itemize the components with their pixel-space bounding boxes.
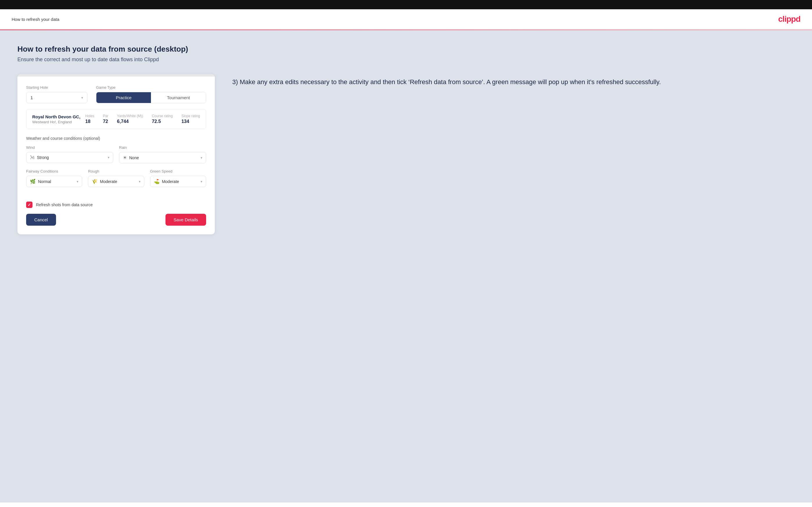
green-speed-select[interactable]: ⛳ Moderate ▾ (150, 176, 206, 187)
save-button[interactable]: Save Details (165, 214, 206, 226)
game-type-toggle: Practice Tournament (96, 92, 206, 103)
content-row: Starting Hole 1 ▾ Game Type Practice Tou… (17, 74, 795, 234)
cancel-button[interactable]: Cancel (26, 214, 56, 226)
par-label: Par (103, 114, 108, 118)
rough-select[interactable]: 🌾 Moderate ▾ (88, 176, 144, 187)
course-info: Royal North Devon GC, Westward Ho!, Engl… (32, 114, 85, 124)
rough-chevron-icon: ▾ (139, 179, 141, 184)
game-type-group: Game Type Practice Tournament (96, 85, 206, 103)
fairway-label: Fairway Conditions (26, 169, 82, 173)
conditions-row-2: Fairway Conditions 🌿 Normal ▾ Rough 🌾 Mo… (26, 169, 206, 187)
course-stats: Holes 18 Par 72 Yards/White (M)) 6,744 (85, 114, 200, 124)
card-top-strip (17, 74, 215, 76)
rough-label: Rough (88, 169, 144, 173)
course-location: Westward Ho!, England (32, 120, 85, 124)
holes-value: 18 (85, 119, 91, 124)
course-rating-value: 72.5 (152, 119, 161, 124)
green-speed-label: Green Speed (150, 169, 206, 173)
form-card: Starting Hole 1 ▾ Game Type Practice Tou… (17, 74, 215, 234)
starting-hole-label: Starting Hole (26, 85, 87, 90)
rain-select[interactable]: ☀ None ▾ (119, 152, 206, 163)
yards-label: Yards/White (M)) (117, 114, 143, 118)
green-speed-icon: ⛳ (154, 179, 160, 184)
fairway-select[interactable]: 🌿 Normal ▾ (26, 176, 82, 187)
slope-rating-label: Slope rating (182, 114, 200, 118)
green-speed-chevron-icon: ▾ (201, 179, 202, 184)
fairway-group: Fairway Conditions 🌿 Normal ▾ (26, 169, 82, 187)
practice-button[interactable]: Practice (96, 92, 151, 103)
course-rating-label: Course rating (152, 114, 173, 118)
wind-icon: 🌬 (30, 155, 35, 160)
top-form-row: Starting Hole 1 ▾ Game Type Practice Tou… (26, 85, 206, 103)
par-value: 72 (103, 119, 108, 124)
starting-hole-value: 1 (31, 95, 33, 100)
page-breadcrumb: How to refresh your data (12, 17, 59, 22)
wind-chevron-icon: ▾ (108, 156, 109, 160)
rough-group: Rough 🌾 Moderate ▾ (88, 169, 144, 187)
green-speed-value: Moderate (162, 179, 201, 184)
wind-select[interactable]: 🌬 Strong ▾ (26, 152, 113, 163)
rain-label: Rain (119, 145, 206, 150)
fairway-icon: 🌿 (30, 179, 36, 184)
starting-hole-chevron-icon: ▾ (81, 96, 83, 100)
wind-value: Strong (37, 155, 108, 160)
stat-slope-rating: Slope rating 134 (182, 114, 200, 124)
main-content: How to refresh your data from source (de… (0, 30, 812, 502)
stat-yards: Yards/White (M)) 6,744 (117, 114, 143, 124)
instruction-panel: 3) Make any extra edits necessary to the… (232, 74, 795, 87)
fairway-value: Normal (38, 179, 77, 184)
course-card: Royal North Devon GC, Westward Ho!, Engl… (26, 109, 206, 129)
wind-group: Wind 🌬 Strong ▾ (26, 145, 113, 163)
conditions-row-1: Wind 🌬 Strong ▾ Rain ☀ None ▾ (26, 145, 206, 163)
course-row: Royal North Devon GC, Westward Ho!, Engl… (32, 114, 200, 124)
starting-hole-select[interactable]: 1 ▾ (26, 92, 87, 103)
yards-value: 6,744 (117, 119, 129, 124)
refresh-label: Refresh shots from data source (36, 203, 93, 207)
stat-course-rating: Course rating 72.5 (152, 114, 173, 124)
form-inner: Starting Hole 1 ▾ Game Type Practice Tou… (17, 76, 215, 196)
button-row: Cancel Save Details (17, 211, 215, 226)
refresh-checkbox[interactable]: ✓ (26, 202, 33, 208)
stat-holes: Holes 18 (85, 114, 94, 124)
tournament-button[interactable]: Tournament (151, 92, 206, 103)
rough-value: Moderate (100, 179, 139, 184)
fairway-chevron-icon: ▾ (77, 179, 79, 184)
slope-rating-value: 134 (182, 119, 189, 124)
holes-label: Holes (85, 114, 94, 118)
page-subheading: Ensure the correct and most up to date d… (17, 57, 795, 63)
green-speed-group: Green Speed ⛳ Moderate ▾ (150, 169, 206, 187)
rain-chevron-icon: ▾ (201, 156, 202, 160)
game-type-label: Game Type (96, 85, 206, 90)
instruction-text: 3) Make any extra edits necessary to the… (232, 77, 795, 87)
starting-hole-group: Starting Hole 1 ▾ (26, 85, 87, 103)
logo: clippd (778, 14, 800, 24)
conditions-title: Weather and course conditions (optional) (26, 136, 206, 141)
footer: Copyright Clippd 2022 (0, 502, 812, 507)
refresh-checkbox-row: ✓ Refresh shots from data source (17, 196, 215, 211)
checkmark-icon: ✓ (28, 203, 31, 207)
rough-icon: 🌾 (92, 179, 98, 184)
course-name: Royal North Devon GC, (32, 114, 85, 119)
rain-value: None (129, 156, 201, 160)
rain-group: Rain ☀ None ▾ (119, 145, 206, 163)
rain-icon: ☀ (123, 155, 127, 160)
stat-par: Par 72 (103, 114, 108, 124)
page-heading: How to refresh your data from source (de… (17, 45, 795, 54)
wind-label: Wind (26, 145, 113, 150)
